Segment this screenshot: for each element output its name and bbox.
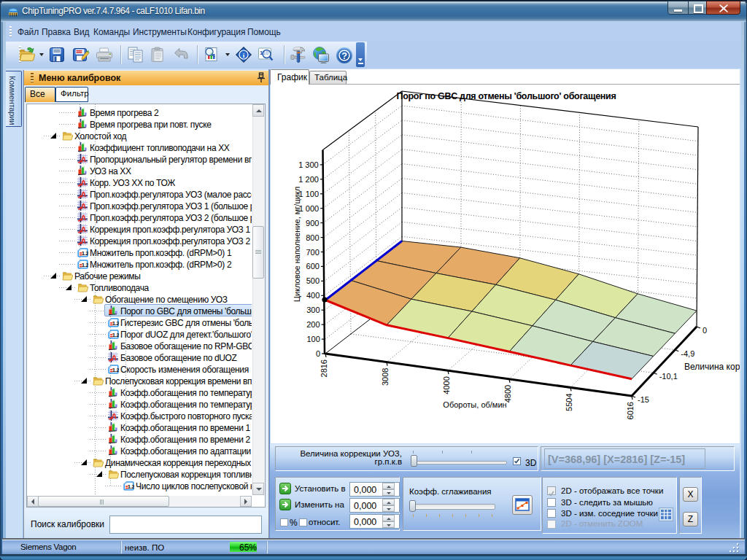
svg-text:100: 100 <box>306 335 320 343</box>
svg-text:700: 700 <box>306 248 319 257</box>
svg-text:-15: -15 <box>638 395 649 404</box>
svg-text:3008: 3008 <box>381 368 390 386</box>
svg-text:1.2: 1.2 <box>82 262 88 268</box>
svg-text:1 300: 1 300 <box>298 160 319 169</box>
svg-text:5504: 5504 <box>565 393 573 411</box>
svg-text:1 000: 1 000 <box>299 204 320 213</box>
svg-text:1.2: 1.2 <box>128 483 134 490</box>
svg-text:600: 600 <box>306 262 320 271</box>
svg-text:Цикловое наполнение, мг/цикл: Цикловое наполнение, мг/цикл <box>293 187 301 302</box>
svg-text:1.2: 1.2 <box>112 332 119 338</box>
svg-text:900: 900 <box>306 219 319 228</box>
svg-text:4000: 4000 <box>442 376 451 394</box>
svg-text:6016: 6016 <box>626 402 635 419</box>
svg-text:1 100: 1 100 <box>298 190 319 198</box>
svg-text:?: ? <box>341 51 347 61</box>
svg-text:0: 0 <box>316 349 320 358</box>
svg-text:Порог по GBC для отмены 'больш: Порог по GBC для отмены 'большого' обога… <box>397 91 616 101</box>
svg-text:1.2: 1.2 <box>112 367 119 373</box>
svg-text:300: 300 <box>306 306 320 314</box>
svg-text:-4,9: -4,9 <box>681 349 694 358</box>
svg-text:1.2: 1.2 <box>112 320 119 327</box>
svg-text:0: 0 <box>703 326 707 335</box>
svg-text:500: 500 <box>306 276 320 285</box>
svg-text:1 200: 1 200 <box>298 175 319 184</box>
svg-text:200: 200 <box>306 320 320 329</box>
svg-text:2816: 2816 <box>320 359 328 377</box>
svg-text:800: 800 <box>306 233 319 242</box>
svg-text:1.2: 1.2 <box>82 250 88 257</box>
svg-text:400: 400 <box>306 291 320 300</box>
svg-text:Обороты, об/мин: Обороты, об/мин <box>443 400 506 409</box>
svg-text:-10,1: -10,1 <box>659 372 678 381</box>
svg-text:Величина корре: Величина корре <box>684 362 740 372</box>
